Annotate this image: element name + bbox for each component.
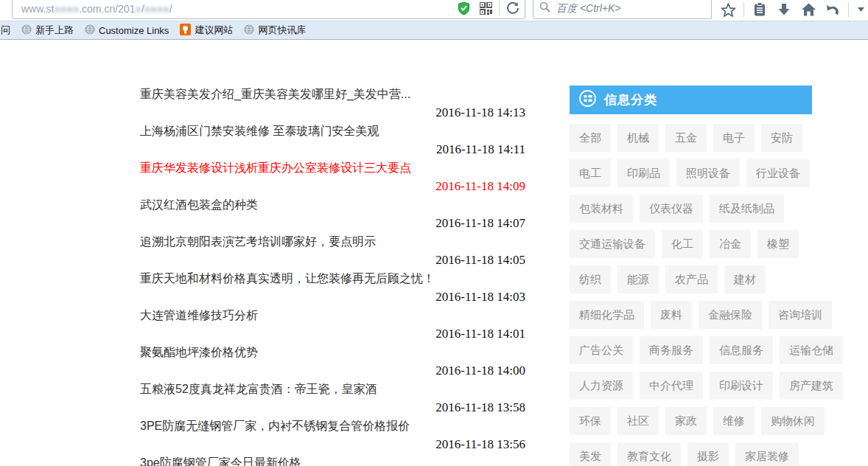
category-button[interactable]: 交通运输设备 [570, 230, 655, 258]
category-button[interactable]: 家政 [665, 407, 707, 435]
category-grid: 全部机械五金电子安防电工印刷品照明设备行业设备包装材料仪表仪器纸及纸制品交通运输… [570, 124, 812, 466]
list-item: 重庆天地和材料价格真实透明，让您装修再无后顾之忧！ 2016-11-18 14:… [140, 269, 525, 306]
bookmark-item[interactable]: Customize Links [85, 24, 169, 37]
category-button[interactable]: 安防 [761, 124, 802, 152]
search-placeholder: 百度 <Ctrl+K> [556, 2, 621, 15]
home-icon[interactable] [799, 1, 817, 18]
category-button[interactable]: 全部 [570, 124, 611, 152]
category-button[interactable]: 包装材料 [570, 195, 633, 223]
category-panel: 信息分类 全部机械五金电子安防电工印刷品照明设备行业设备包装材料仪表仪器纸及纸制… [570, 86, 812, 466]
category-button[interactable]: 印刷设计 [710, 372, 773, 400]
qr-code-icon[interactable] [477, 0, 494, 17]
bookmark-item[interactable]: 建议网站 [180, 24, 233, 38]
list-item: 重庆美容美发介绍_重庆美容美发哪里好_美发中营... 2016-11-18 14… [140, 85, 525, 122]
refresh-icon[interactable] [504, 0, 522, 17]
chevron-down-icon[interactable] [855, 1, 866, 18]
category-button[interactable]: 仪表仪器 [640, 195, 703, 223]
undo-icon[interactable] [824, 1, 841, 18]
article-title-link[interactable]: 3PE防腐无缝钢管厂家，内衬不锈钢复合管价格报价 [140, 417, 525, 435]
category-button[interactable]: 废料 [651, 301, 692, 329]
article-title-link[interactable]: 重庆华发装修设计浅析重庆办公室装修设计三大要点 [140, 159, 525, 177]
category-button[interactable]: 摄影 [687, 442, 729, 466]
category-button[interactable]: 电工 [570, 159, 611, 187]
address-bar-actions [455, 0, 522, 17]
category-panel-header: 信息分类 [570, 86, 812, 114]
article-timestamp: 2016-11-18 13:56 [140, 435, 525, 453]
category-button[interactable]: 印刷品 [617, 159, 670, 187]
article-title-link[interactable]: 追溯北京朝阳表演艺考培训哪家好，要点明示 [140, 232, 525, 251]
category-row: 全部机械五金电子安防 [570, 124, 812, 152]
category-button[interactable]: 行业设备 [746, 159, 810, 187]
article-title-link[interactable]: 重庆美容美发介绍_重庆美容美发哪里好_美发中营... [140, 85, 525, 103]
clipboard-icon[interactable] [751, 1, 769, 18]
article-title-link[interactable]: 大连管道维修技巧分析 [140, 306, 525, 324]
bookmark-item[interactable]: 新手上路 [21, 24, 74, 37]
category-button[interactable]: 纺织 [570, 265, 611, 293]
download-icon[interactable] [775, 1, 793, 18]
category-button[interactable]: 社区 [617, 407, 659, 435]
category-row: 人力资源中介代理印刷设计房产建筑 [570, 372, 812, 400]
category-button[interactable]: 机械 [617, 124, 659, 152]
list-item: 3PE防腐无缝钢管厂家，内衬不锈钢复合管价格报价 2016-11-18 13:5… [140, 417, 525, 453]
article-title-link[interactable]: 重庆天地和材料价格真实透明，让您装修再无后顾之忧！ [140, 269, 525, 288]
category-button[interactable]: 中介代理 [640, 372, 703, 400]
category-button[interactable]: 能源 [617, 265, 659, 293]
article-title-link[interactable]: 五粮液52度真龙祥龙富贵酒：帝王瓷，皇家酒 [140, 380, 525, 398]
category-button[interactable]: 广告公关 [570, 336, 633, 364]
address-bar[interactable]: www.st●●●●.com.cn/201●/●●●●/ [12, 0, 525, 19]
category-button[interactable]: 家居装修 [735, 442, 799, 466]
panel-title: 信息分类 [604, 91, 657, 108]
bookmark-item[interactable]: 问 [1, 24, 10, 37]
category-button[interactable]: 化工 [662, 230, 703, 258]
grid-list-icon [578, 89, 597, 111]
article-timestamp: 2016-11-18 14:11 [140, 140, 525, 159]
bookmark-favicon-icon [21, 24, 32, 37]
category-button[interactable]: 纸及纸制品 [710, 195, 784, 223]
category-button[interactable]: 电子 [713, 124, 755, 152]
category-button[interactable]: 五金 [665, 124, 707, 152]
shield-check-icon[interactable] [455, 0, 472, 17]
article-timestamp: 2016-11-18 14:01 [140, 324, 525, 343]
category-button[interactable]: 运输仓储 [780, 336, 843, 364]
article-title-link[interactable]: 上海杨浦区门禁安装维修 至泰玻璃门安全美观 [140, 122, 525, 140]
category-row: 美发教育文化摄影家居装修 [570, 442, 812, 466]
divider [848, 2, 849, 17]
category-button[interactable]: 农产品 [665, 265, 718, 293]
article-title-link[interactable]: 3pe防腐钢管厂家今日最新价格 [140, 453, 525, 466]
bookmark-item[interactable]: 网页快讯库 [244, 24, 306, 37]
bookmarks-bar: 问 新手上路 Customize Links 建议网站 网页快讯库 [0, 21, 868, 40]
category-button[interactable]: 照明设备 [676, 159, 740, 187]
url-text: www.st●●●●.com.cn/201●/●●●●/ [21, 3, 172, 15]
category-button[interactable]: 购物休闲 [761, 407, 825, 435]
search-bar[interactable]: 百度 <Ctrl+K> [533, 0, 712, 19]
list-item: 追溯北京朝阳表演艺考培训哪家好，要点明示 2016-11-18 14:05 [140, 232, 525, 269]
category-button[interactable]: 教育文化 [617, 442, 681, 466]
category-button[interactable]: 金融保险 [699, 301, 762, 329]
article-title-link[interactable]: 聚氨酯地坪漆价格优势 [140, 343, 525, 361]
category-button[interactable]: 维修 [713, 407, 755, 435]
bookmark-star-icon[interactable] [719, 1, 737, 18]
category-button[interactable]: 美发 [570, 442, 611, 466]
category-button[interactable]: 冶金 [710, 230, 751, 258]
category-button[interactable]: 房产建筑 [780, 372, 843, 400]
category-row: 环保社区家政维修购物休闲 [570, 407, 812, 435]
article-timestamp: 2016-11-18 14:09 [140, 177, 525, 195]
category-row: 广告公关商务服务信息服务运输仓储 [570, 336, 812, 364]
category-button[interactable]: 精细化学品 [570, 301, 644, 329]
category-button[interactable]: 商务服务 [640, 336, 703, 364]
article-title-link[interactable]: 武汉红酒包装盒的种类 [140, 195, 525, 214]
divider [499, 1, 500, 15]
category-button[interactable]: 橡塑 [757, 230, 799, 258]
category-button[interactable]: 环保 [570, 407, 611, 435]
category-button[interactable]: 建材 [724, 265, 766, 293]
article-timestamp: 2016-11-18 14:07 [140, 214, 525, 232]
article-timestamp: 2016-11-18 14:05 [140, 251, 525, 269]
list-item: 3pe防腐钢管厂家今日最新价格 [140, 453, 525, 466]
category-button[interactable]: 人力资源 [570, 372, 633, 400]
list-item: 聚氨酯地坪漆价格优势 2016-11-18 14:00 [140, 343, 525, 380]
article-timestamp: 2016-11-18 14:00 [140, 361, 525, 380]
category-button[interactable]: 信息服务 [710, 336, 773, 364]
category-row: 纺织能源农产品建材 [570, 265, 812, 293]
category-button[interactable]: 咨询培训 [769, 301, 832, 329]
list-item: 上海杨浦区门禁安装维修 至泰玻璃门安全美观 2016-11-18 14:11 [140, 122, 525, 159]
